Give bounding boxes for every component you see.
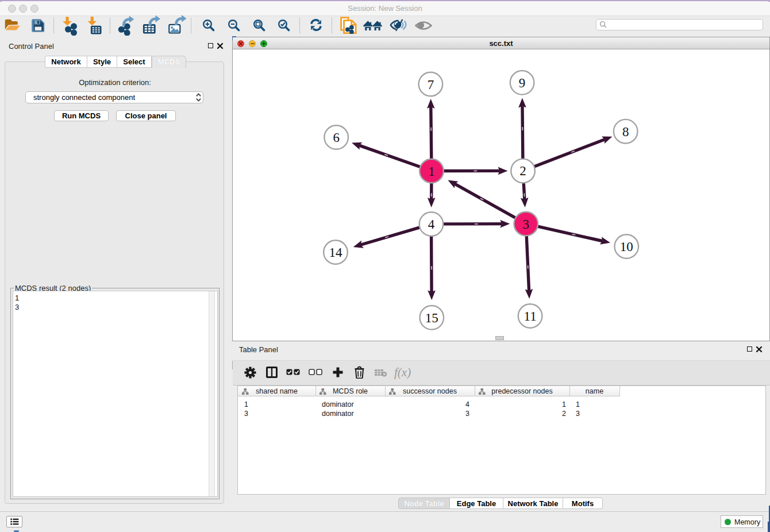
svg-text:10: 10 bbox=[620, 240, 633, 254]
svg-text:9: 9 bbox=[519, 76, 526, 90]
svg-text:1: 1 bbox=[428, 164, 435, 179]
svg-text:15: 15 bbox=[425, 311, 438, 325]
svg-text:6: 6 bbox=[333, 130, 340, 145]
svg-text:11: 11 bbox=[524, 309, 537, 323]
svg-text:14: 14 bbox=[329, 245, 343, 260]
svg-text:8: 8 bbox=[622, 125, 629, 139]
svg-text:4: 4 bbox=[428, 217, 435, 232]
svg-text:2: 2 bbox=[519, 164, 526, 178]
svg-text:7: 7 bbox=[428, 78, 434, 92]
svg-text:3: 3 bbox=[523, 217, 530, 232]
